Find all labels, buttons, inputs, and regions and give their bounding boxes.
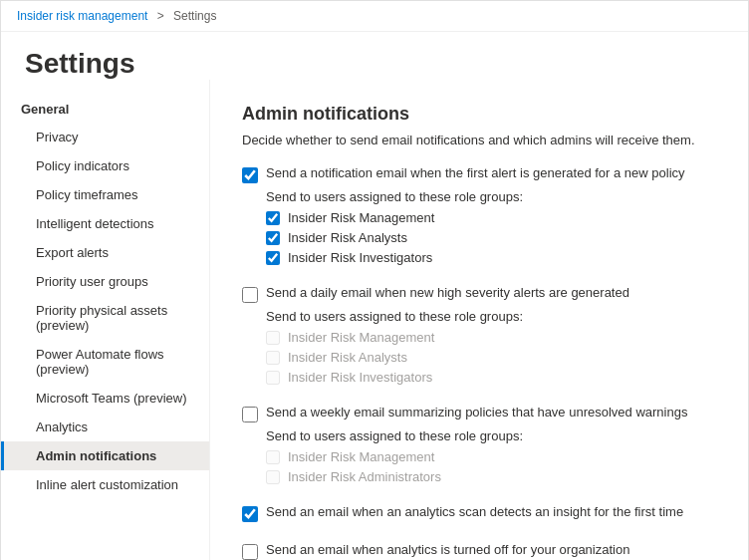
checkbox-role-iri-2[interactable] [266,371,280,385]
sidebar-item-policy-indicators[interactable]: Policy indicators [1,151,209,180]
page-wrapper: Insider risk management > Settings Setti… [0,0,749,560]
checkbox-row-new-policy: Send a notification email when the first… [242,165,716,183]
checkbox-row-weekly: Send a weekly email summarizing policies… [242,405,716,422]
main-layout: General Privacy Policy indicators Policy… [1,80,748,560]
roles-label-new-policy: Send to users assigned to these role gro… [266,189,716,204]
role-row-iri-1: Insider Risk Investigators [266,250,716,265]
checkbox-new-policy[interactable] [242,167,258,183]
sub-section-weekly: Send to users assigned to these role gro… [266,428,716,484]
sidebar-item-privacy[interactable]: Privacy [1,123,209,151]
checkbox-weekly[interactable] [242,407,258,422]
roles-label-daily: Send to users assigned to these role gro… [266,309,716,324]
role-row-irm-1: Insider Risk Management [266,210,716,225]
section-title: Admin notifications [242,104,716,125]
notification-block-weekly: Send a weekly email summarizing policies… [242,405,716,484]
role-label-irm-2: Insider Risk Management [288,330,434,345]
sidebar-item-analytics[interactable]: Analytics [1,413,209,441]
section-description: Decide whether to send email notificatio… [242,133,716,147]
checkbox-label-analytics-off: Send an email when analytics is turned o… [266,542,629,557]
sidebar-item-inline-alert-customization[interactable]: Inline alert customization [1,470,209,499]
sub-section-new-policy: Send to users assigned to these role gro… [266,189,716,265]
roles-label-weekly: Send to users assigned to these role gro… [266,428,716,443]
role-row-iri-2: Insider Risk Investigators [266,370,716,385]
role-label-irm-1: Insider Risk Management [288,210,434,225]
sidebar-item-admin-notifications[interactable]: Admin notifications [1,441,209,470]
checkbox-row-daily: Send a daily email when new high severit… [242,285,716,303]
sidebar-item-export-alerts[interactable]: Export alerts [1,238,209,267]
sidebar-item-priority-physical-assets[interactable]: Priority physical assets (preview) [1,296,209,340]
sidebar-item-priority-user-groups[interactable]: Priority user groups [1,267,209,296]
page-title: Settings [25,48,724,80]
role-row-ira-1: Insider Risk Analysts [266,230,716,245]
checkbox-role-iri-1[interactable] [266,251,280,265]
checkbox-role-ira-2[interactable] [266,351,280,365]
checkbox-role-ira-3[interactable] [266,470,280,484]
sub-section-daily: Send to users assigned to these role gro… [266,309,716,385]
notification-block-new-policy: Send a notification email when the first… [242,165,716,265]
role-row-irm-3: Insider Risk Management [266,449,716,464]
sidebar-item-policy-timeframes[interactable]: Policy timeframes [1,180,209,209]
checkbox-daily[interactable] [242,287,258,303]
breadcrumb: Insider risk management > Settings [1,1,748,32]
checkbox-label-weekly: Send a weekly email summarizing policies… [266,405,687,420]
breadcrumb-current: Settings [173,9,216,23]
breadcrumb-separator: > [157,9,164,23]
sidebar-item-microsoft-teams[interactable]: Microsoft Teams (preview) [1,384,209,413]
role-row-ira-2: Insider Risk Analysts [266,350,716,365]
role-label-ira-2: Insider Risk Analysts [288,350,407,365]
checkbox-analytics-off[interactable] [242,544,258,560]
checkbox-role-irm-2[interactable] [266,331,280,345]
checkbox-role-irm-3[interactable] [266,450,280,464]
page-header: Settings [1,32,748,80]
checkbox-row-analytics-insight: Send an email when an analytics scan det… [242,504,716,522]
left-nav: General Privacy Policy indicators Policy… [1,80,210,560]
checkbox-label-daily: Send a daily email when new high severit… [266,285,629,300]
checkbox-label-analytics-insight: Send an email when an analytics scan det… [266,504,683,519]
checkbox-analytics-insight[interactable] [242,506,258,522]
notification-block-daily: Send a daily email when new high severit… [242,285,716,385]
notification-block-analytics-insight: Send an email when an analytics scan det… [242,504,716,522]
checkbox-role-irm-1[interactable] [266,211,280,225]
right-panel: Admin notifications Decide whether to se… [210,80,748,560]
checkbox-label-new-policy: Send a notification email when the first… [266,165,685,180]
role-label-iri-1: Insider Risk Investigators [288,250,432,265]
role-row-irm-2: Insider Risk Management [266,330,716,345]
sidebar-item-intelligent-detections[interactable]: Intelligent detections [1,209,209,238]
role-label-irm-3: Insider Risk Management [288,449,434,464]
role-label-iri-2: Insider Risk Investigators [288,370,432,385]
notification-block-analytics-off: Send an email when analytics is turned o… [242,542,716,560]
checkbox-row-analytics-off: Send an email when analytics is turned o… [242,542,716,560]
breadcrumb-parent[interactable]: Insider risk management [17,9,147,23]
role-label-ira-3: Insider Risk Administrators [288,469,441,484]
role-label-ira-1: Insider Risk Analysts [288,230,407,245]
sidebar-item-power-automate-flows[interactable]: Power Automate flows (preview) [1,340,209,384]
role-row-ira-3: Insider Risk Administrators [266,469,716,484]
nav-group-label: General [1,96,209,123]
checkbox-role-ira-1[interactable] [266,231,280,245]
